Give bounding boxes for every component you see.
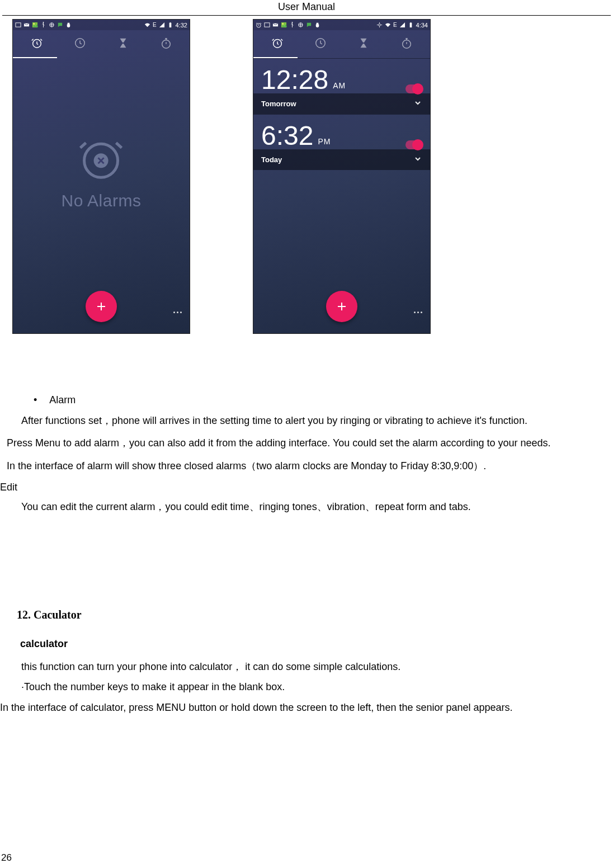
clock-tab-icon[interactable]: [314, 37, 327, 52]
tab-bar: [253, 30, 430, 58]
timer-tab-icon[interactable]: [117, 37, 129, 52]
alarm-row[interactable]: 12:28 AM Tomorrow: [253, 58, 430, 114]
network-type: E: [393, 22, 397, 28]
document-body: Alarm After functions set，phone will arr…: [0, 394, 613, 714]
paragraph: In the interface of calculator, press ME…: [0, 701, 613, 714]
signal-icon: [399, 22, 405, 28]
status-left-icons: [256, 22, 320, 28]
paragraph: After functions set，phone will arrives i…: [21, 414, 611, 427]
bullet-alarm: Alarm: [0, 394, 613, 406]
paragraph: Press Menu to add alarm，you can also add…: [0, 436, 613, 450]
status-right-icons: E 4:32: [144, 22, 187, 29]
usb-icon: [40, 22, 46, 28]
svg-rect-6: [169, 23, 171, 27]
debug-icon: [298, 22, 304, 28]
signal-icon: [159, 22, 165, 28]
alarm-time: 6:32: [261, 122, 313, 149]
screen-icon: [264, 22, 270, 28]
status-time: 4:32: [176, 22, 187, 29]
plus-icon: [335, 300, 348, 313]
alarm-day: Today: [261, 155, 282, 164]
calculator-subhead: calculator: [20, 638, 613, 650]
no-alarms-placeholder: No Alarms: [62, 134, 142, 210]
status-time: 4:34: [416, 22, 428, 29]
overflow-menu-button[interactable]: [173, 312, 182, 313]
mail-icon: [23, 22, 30, 28]
gallery-icon: [32, 22, 38, 28]
edit-heading: Edit: [0, 482, 613, 493]
phone-screenshot-no-alarms: E 4:32 No Alarms: [12, 19, 190, 334]
stopwatch-tab-icon[interactable]: [400, 37, 413, 52]
alarm-ampm: PM: [318, 138, 331, 149]
network-type: E: [153, 22, 157, 28]
add-alarm-button[interactable]: [326, 291, 357, 322]
screen-icon: [15, 22, 21, 28]
svg-point-18: [292, 22, 293, 23]
paragraph: In the interface of alarm will show thre…: [0, 459, 613, 473]
screenshot-row: E 4:32 No Alarms: [12, 19, 613, 334]
expand-icon[interactable]: [413, 154, 422, 165]
alarm-row[interactable]: 6:32 PM Today: [253, 114, 430, 170]
timer-tab-icon[interactable]: [357, 37, 370, 52]
alarm-toggle[interactable]: [405, 140, 422, 149]
debug-icon: [49, 22, 55, 28]
plug-icon: [314, 22, 320, 28]
status-bar: E 4:32: [13, 20, 190, 30]
svg-rect-0: [16, 23, 21, 27]
paragraph: ·Touch the number keys to make it appear…: [21, 680, 611, 694]
tab-underline: [253, 57, 298, 58]
page-number: 26: [1, 852, 12, 864]
alarm-time: 12:28: [261, 67, 328, 93]
svg-rect-21: [409, 23, 412, 27]
svg-point-20: [379, 24, 381, 26]
page-header: User Manual: [0, 0, 613, 15]
alarm-set-icon: [256, 22, 262, 28]
overflow-menu-button[interactable]: [414, 312, 422, 313]
battery-icon: [167, 22, 173, 28]
tab-bar: [13, 30, 190, 58]
status-left-icons: [15, 22, 72, 28]
svg-rect-7: [169, 22, 171, 23]
expand-icon[interactable]: [413, 98, 422, 109]
phone-screenshot-alarm-list: E 4:34 12:28 AM Tomorrow: [253, 19, 431, 334]
status-right-icons: E 4:34: [376, 22, 428, 29]
svg-point-17: [282, 23, 284, 25]
svg-rect-14: [265, 23, 270, 27]
svg-point-3: [33, 23, 35, 25]
location-icon: [376, 22, 383, 28]
status-bar: E 4:34: [253, 20, 430, 30]
alarm-toggle[interactable]: [405, 84, 422, 93]
battery-icon: [408, 22, 414, 28]
no-alarms-label: No Alarms: [62, 191, 142, 210]
paragraph: You can edit the current alarm，you could…: [21, 500, 611, 513]
alarm-day: Tomorrow: [261, 100, 296, 108]
alarm-ampm: AM: [333, 82, 346, 93]
wifi-icon: [385, 22, 391, 28]
plug-icon: [65, 22, 72, 28]
alarm-tab-icon[interactable]: [31, 37, 43, 52]
header-rule: [2, 15, 611, 16]
svg-rect-22: [410, 22, 411, 23]
stopwatch-tab-icon[interactable]: [160, 37, 172, 52]
plus-icon: [95, 300, 108, 313]
usb-icon: [289, 22, 295, 28]
mail-icon: [272, 22, 279, 28]
paragraph: this function can turn your phone into c…: [21, 660, 611, 673]
section-12-heading: 12. Caculator: [17, 608, 613, 621]
no-alarm-icon: [62, 134, 142, 187]
tab-underline: [13, 57, 57, 58]
add-alarm-button[interactable]: [86, 291, 117, 322]
svg-point-4: [43, 22, 44, 23]
gallery-icon: [281, 22, 287, 28]
alarm-tab-icon[interactable]: [271, 37, 284, 52]
wifi-icon: [144, 22, 150, 28]
sms-icon: [57, 22, 63, 28]
clock-tab-icon[interactable]: [74, 37, 86, 52]
sms-icon: [306, 22, 312, 28]
